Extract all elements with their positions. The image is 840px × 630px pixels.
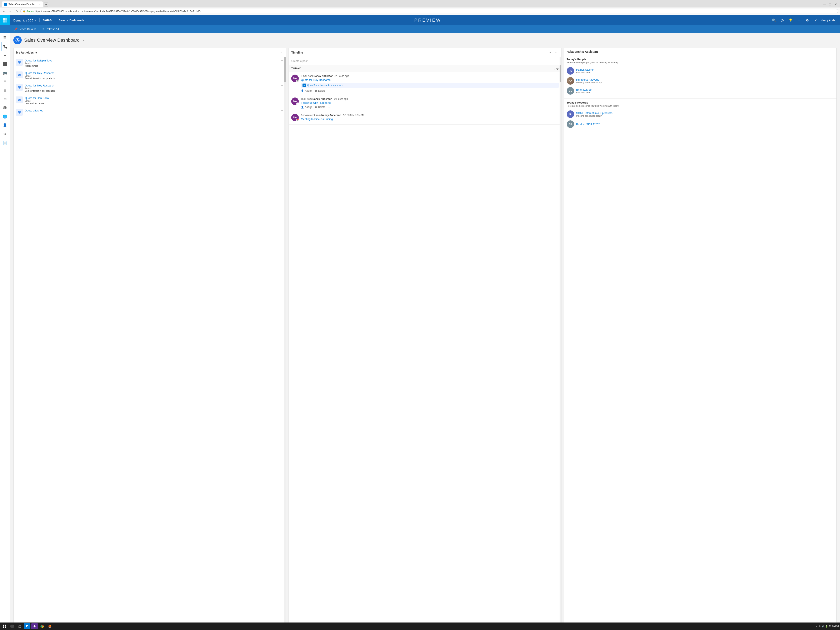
timeline-add-button[interactable]: +	[548, 50, 553, 55]
activity-more-4[interactable]: ···	[281, 96, 283, 99]
forward-button[interactable]: →	[8, 9, 13, 14]
svg-rect-1	[5, 18, 7, 20]
recent-icon[interactable]: ◎	[779, 17, 786, 24]
more-button-2[interactable]: ···	[328, 106, 330, 109]
timeline-more-button[interactable]: ···	[554, 50, 559, 55]
notifications-icon[interactable]: 💡	[787, 17, 794, 24]
activity-title-1[interactable]: Quote for Tailspin Toys	[25, 59, 279, 62]
my-activities-more-button[interactable]: ···	[278, 50, 283, 55]
app-logo[interactable]	[0, 15, 10, 25]
ra-todays-records: Today's Records Here are some records yo…	[564, 98, 837, 132]
back-button[interactable]: ←	[2, 9, 7, 14]
taskbar-vs[interactable]	[31, 623, 38, 629]
timeline-today-header: TODAY ↓ ⊙	[289, 65, 561, 72]
settings-icon[interactable]: ⚙	[804, 17, 811, 24]
timeline-sort-icon[interactable]: ↓	[554, 67, 555, 70]
new-record-icon[interactable]: +	[796, 17, 802, 24]
nav-phone-icon[interactable]: 📞	[1, 42, 9, 51]
search-taskbar-button[interactable]: ⚫	[9, 623, 16, 630]
timeline-item-2-actions: 👤 Assign 🗑 Delete ···	[301, 106, 559, 109]
breadcrumb-dashboards[interactable]: Dashboards	[69, 19, 84, 22]
timeline-item-1-subject[interactable]: Quote for Trey Research	[301, 78, 559, 82]
new-tab-button[interactable]: +	[44, 2, 49, 7]
taskbar-speaker-icon[interactable]: 🔊	[821, 625, 824, 628]
activity-title-3[interactable]: Quote for Trey Research	[25, 84, 279, 87]
tab-close-button[interactable]: ×	[39, 3, 40, 6]
start-button[interactable]	[1, 623, 8, 630]
create-post-input[interactable]: Create a post	[289, 57, 561, 65]
refresh-button[interactable]: ↻	[14, 9, 19, 14]
activity-item-5: Qf Quote attached ···	[14, 107, 286, 118]
nav-more-icon[interactable]: •••	[1, 51, 9, 59]
timeline-item-2-subject[interactable]: Follow up with Humberto	[301, 101, 559, 104]
nav-list-icon[interactable]: ≡	[1, 77, 9, 85]
activity-more-1[interactable]: ···	[281, 59, 283, 62]
taskbar-battery-icon[interactable]: 🔋	[825, 625, 828, 628]
set-default-button[interactable]: 📌 Set As Default	[13, 27, 37, 32]
activity-title-5[interactable]: Quote attached	[25, 109, 279, 112]
taskbar-firefox[interactable]: 🦊	[46, 623, 53, 629]
nav-bus-icon[interactable]: 🚌	[1, 68, 9, 77]
scrollbar-thumb[interactable]	[284, 57, 286, 82]
ra-todays-people: Today's People Here are some people you'…	[564, 55, 837, 98]
nav-email-icon[interactable]: ✉	[1, 95, 9, 103]
taskbar-chrome[interactable]	[39, 623, 46, 629]
address-bar[interactable]: 🔒 Secure https://prevsales7700803001.crm…	[21, 9, 838, 13]
activity-item-2: Qf Quote for Trey Research Email Some in…	[14, 69, 286, 82]
nav-document-icon[interactable]: 📄	[1, 139, 9, 147]
scrollbar-track[interactable]	[284, 57, 286, 626]
minimize-button[interactable]: —	[822, 2, 827, 7]
ra-person-name-3[interactable]: Brian LaMee	[576, 88, 834, 91]
timeline-item-3-subject[interactable]: Meeting to Discuss Pricing	[301, 117, 559, 121]
nav-dashboard-icon[interactable]: ⊞	[1, 86, 9, 95]
ra-avatar-humberto: HA	[567, 77, 574, 85]
nav-settings-icon[interactable]: ⚙	[1, 130, 9, 138]
nav-menu-icon[interactable]: ☰	[1, 33, 9, 42]
dynamics-label: Dynamics 365	[13, 19, 33, 22]
timeline-scrollbar-track[interactable]	[560, 57, 561, 626]
assign-button-1[interactable]: 👤 Assign	[301, 89, 312, 92]
taskbar-up-arrow[interactable]: ∧	[816, 625, 818, 628]
delete-button-2[interactable]: 🗑 Delete	[315, 106, 325, 109]
ra-person-name-1[interactable]: Patrick Steiner	[576, 68, 834, 71]
nav-calls-icon[interactable]: ☎	[1, 104, 9, 112]
activity-title-4[interactable]: Quote for Dan Dalla	[25, 96, 279, 99]
close-window-button[interactable]: ✕	[833, 2, 838, 7]
nav-user-icon[interactable]: 👤	[1, 121, 9, 129]
timeline-today-label: TODAY	[291, 67, 301, 70]
refresh-all-button[interactable]: ↺ Refresh All	[41, 27, 60, 32]
nav-grid-icon[interactable]	[1, 60, 9, 68]
activity-more-2[interactable]: ···	[281, 71, 283, 74]
my-activities-chevron-icon[interactable]: ∨	[35, 51, 37, 54]
activity-more-3[interactable]: ···	[281, 84, 283, 87]
activity-title-2[interactable]: Quote for Trey Research	[25, 71, 279, 74]
timeline-scrollbar-thumb[interactable]	[560, 65, 561, 82]
ra-record-name-2[interactable]: Product SKU JJ202	[576, 123, 834, 126]
timeline-attachment-1[interactable]: W QuoteSome interest in our products.d	[301, 83, 559, 88]
timeline-header: Timeline + ···	[289, 48, 561, 57]
dashboard-title-chevron-icon[interactable]: ∨	[82, 38, 84, 42]
timeline-filter-icon[interactable]: ⊙	[556, 67, 559, 70]
more-button-1[interactable]: ···	[328, 89, 330, 92]
activity-more-5[interactable]: ···	[281, 109, 283, 112]
taskbar-edge[interactable]	[24, 623, 30, 629]
help-icon[interactable]: ?	[812, 17, 819, 24]
svg-rect-11	[5, 625, 6, 626]
timeline-item-1-actions: 👤 Assign 🗑 Delete ···	[301, 89, 559, 92]
assign-button-2[interactable]: 👤 Assign	[301, 106, 312, 109]
secure-label: Secure	[27, 10, 34, 13]
ra-person-name-2[interactable]: Humberto Acevedo	[576, 78, 834, 81]
svg-rect-6	[3, 64, 5, 66]
taskbar-network-icon[interactable]: 🖥	[818, 625, 821, 627]
user-menu[interactable]: Nancy Ande...	[821, 19, 837, 22]
delete-button-1[interactable]: 🗑 Delete	[315, 89, 325, 92]
maximize-button[interactable]: □	[827, 2, 832, 7]
ra-record-name-1[interactable]: SOME interest in our products	[576, 112, 834, 115]
browser-tab-active[interactable]: Sales Overview Dashbo... ×	[2, 2, 43, 7]
ra-avatar-bl: BL	[567, 87, 574, 95]
breadcrumb-sales[interactable]: Sales	[58, 19, 65, 22]
dynamics-nav-button[interactable]: Dynamics 365 ∨	[10, 19, 39, 22]
search-icon[interactable]: 🔍	[771, 17, 777, 24]
task-view-button[interactable]: ◻	[16, 623, 23, 630]
nav-globe-icon[interactable]: 🌐	[1, 112, 9, 121]
